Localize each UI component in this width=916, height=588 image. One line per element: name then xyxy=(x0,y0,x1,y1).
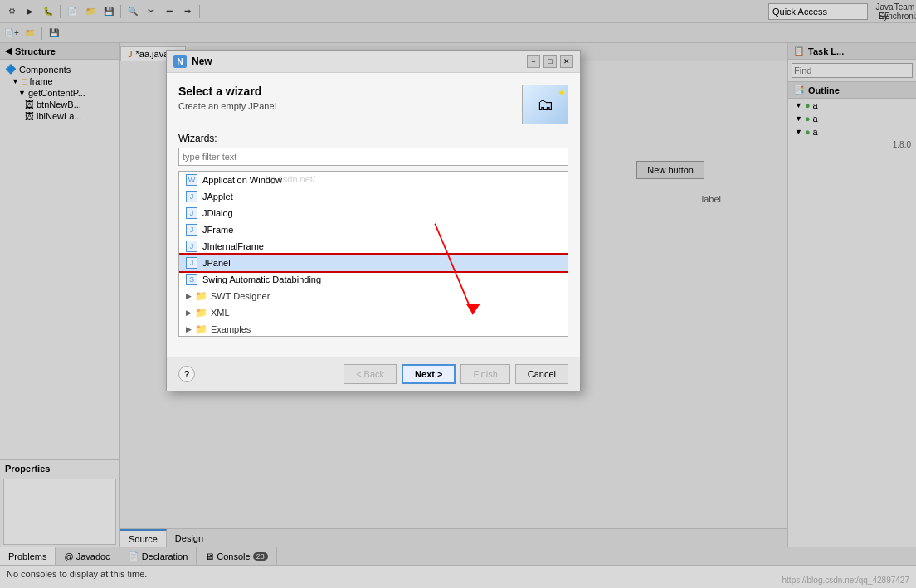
appwin-label: Application Window xyxy=(202,175,282,185)
japplet-label: JApplet xyxy=(202,192,233,202)
wizard-item-jdialog[interactable]: J JDialog xyxy=(179,205,568,221)
xml-folder-icon: 📁 xyxy=(195,307,207,318)
jinternalframe-icon: J xyxy=(186,241,197,252)
modal-select-title: Select a wizard xyxy=(178,85,276,98)
jinternalframe-label: JInternalFrame xyxy=(202,241,264,251)
modal-titlebar: N New − □ ✕ xyxy=(167,51,580,73)
modal-new-icon: N xyxy=(173,55,187,68)
jpanel-icon: J xyxy=(186,257,197,269)
examples-folder-icon: 📁 xyxy=(195,323,207,335)
star-badge-icon: ✦ xyxy=(558,87,566,99)
jpanel-label: JPanel xyxy=(202,258,231,268)
modal-title-text: New xyxy=(192,56,212,67)
modal-footer: ? < Back Next > Finish Cancel xyxy=(167,357,580,391)
modal-select-sub: Create an empty JPanel xyxy=(178,101,276,111)
swing-auto-label: Swing Automatic Databinding xyxy=(202,275,321,284)
swt-label: SWT Designer xyxy=(211,291,270,301)
appwin-icon: W xyxy=(186,174,197,186)
cancel-button[interactable]: Cancel xyxy=(515,364,568,384)
modal-maximize-btn[interactable]: □ xyxy=(543,55,557,68)
filter-input[interactable] xyxy=(178,148,568,166)
modal-description: Select a wizard Create an empty JPanel xyxy=(178,85,276,111)
examples-label: Examples xyxy=(211,324,251,334)
wizard-list[interactable]: W Application Window J JApplet J JDialog… xyxy=(178,171,568,337)
modal-close-btn[interactable]: ✕ xyxy=(560,55,573,68)
wizard-item-jpanel[interactable]: J JPanel xyxy=(179,255,568,271)
wizard-item-appwin[interactable]: W Application Window xyxy=(179,172,568,188)
modal-header-section: Select a wizard Create an empty JPanel 🗂… xyxy=(178,85,568,124)
wizard-group-examples[interactable]: ▶ 📁 Examples xyxy=(179,321,568,337)
wizard-item-swing-auto[interactable]: S Swing Automatic Databinding xyxy=(179,271,568,288)
help-button[interactable]: ? xyxy=(178,366,195,382)
modal-controls: − □ ✕ xyxy=(527,55,573,68)
folder-img-icon: 🗂 xyxy=(537,95,553,114)
japplet-icon: J xyxy=(186,191,197,202)
jdialog-label: JDialog xyxy=(202,208,233,218)
swt-folder-icon: 📁 xyxy=(195,290,207,302)
swing-auto-icon: S xyxy=(186,274,197,285)
modal-minimize-btn[interactable]: − xyxy=(527,55,540,68)
finish-button[interactable]: Finish xyxy=(460,364,509,384)
wizard-group-swt[interactable]: ▶ 📁 SWT Designer xyxy=(179,288,568,304)
wizard-group-xml[interactable]: ▶ 📁 XML xyxy=(179,304,568,321)
new-wizard-dialog: N New − □ ✕ Select a wizard Create an em… xyxy=(166,50,581,391)
wizard-item-japplet[interactable]: J JApplet xyxy=(179,188,568,205)
back-button[interactable]: < Back xyxy=(344,364,397,384)
wizard-item-jinternalframe[interactable]: J JInternalFrame xyxy=(179,238,568,255)
modal-title-left: N New xyxy=(173,55,212,68)
wizards-label: Wizards: xyxy=(178,133,568,144)
jdialog-icon: J xyxy=(186,207,197,219)
footer-left: ? xyxy=(178,366,195,382)
jframe-label: JFrame xyxy=(202,225,233,235)
xml-label: XML xyxy=(211,308,230,318)
wizard-item-jframe[interactable]: J JFrame xyxy=(179,221,568,238)
swt-expand-icon: ▶ xyxy=(186,292,192,300)
modal-body: Select a wizard Create an empty JPanel 🗂… xyxy=(167,73,580,357)
examples-expand-icon: ▶ xyxy=(186,325,192,333)
xml-expand-icon: ▶ xyxy=(186,309,192,317)
next-button[interactable]: Next > xyxy=(402,364,456,384)
jframe-icon: J xyxy=(186,224,197,236)
footer-right: < Back Next > Finish Cancel xyxy=(344,364,568,384)
modal-overlay: N New − □ ✕ Select a wizard Create an em… xyxy=(0,0,916,588)
modal-wizard-icon: 🗂 ✦ xyxy=(522,85,568,124)
